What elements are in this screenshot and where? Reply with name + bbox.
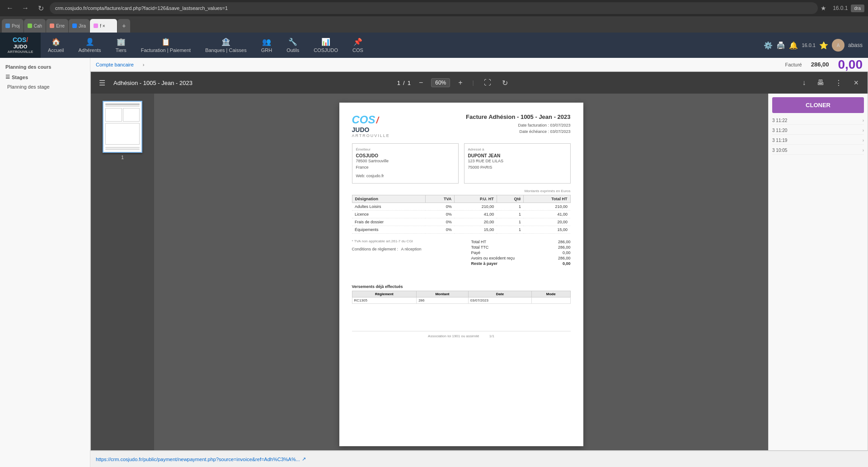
row1-total: 210,00 (524, 203, 570, 210)
history-time-3: 3 11:19 (772, 138, 787, 143)
print-doc-btn[interactable]: 🖶 (814, 77, 827, 89)
history-chevron-3[interactable]: › (863, 138, 864, 143)
compte-bancaire-link[interactable]: Compte bancaire (96, 62, 134, 67)
invoice-title-area: Facture Adhésion - 1005 - Jean - 2023 Da… (466, 113, 570, 138)
row4-tva: 0% (425, 226, 455, 233)
avoirs-label: Avoirs ou excédent reçu (471, 256, 515, 260)
footer-page: 1/1 (489, 334, 494, 338)
info-bar: Compte bancaire › Facturé 286,00 0,00 (90, 58, 868, 71)
nav-facturation[interactable]: 📋 Facturation | Paiement (134, 33, 198, 58)
tab-erre[interactable]: Erre (46, 19, 68, 33)
nav-banques-label: Banques | Caisses (205, 47, 247, 53)
notifications-icon[interactable]: 🔔 (789, 41, 798, 50)
preview-main: COS / JUDO ARTROUVILLE (154, 94, 768, 450)
history-chevron-2[interactable]: › (863, 128, 864, 133)
row4-pu: 15,00 (455, 226, 497, 233)
app-logo[interactable]: COS/ JUDO ARTROUVILLE (0, 33, 41, 58)
invoice-addresses: Émetteur COSJUDO 78500 Sartrouville Fran… (352, 143, 571, 184)
page-thumbnail[interactable] (103, 101, 142, 153)
bookmark-icon[interactable]: ★ (821, 5, 826, 12)
rotate-btn[interactable]: ↻ (499, 77, 511, 89)
nav-accueil[interactable]: 🏠 Accueil (41, 33, 71, 58)
row1-pu: 210,00 (455, 203, 497, 210)
hamburger-menu-btn[interactable]: ☰ (96, 77, 108, 89)
user-name[interactable]: abass (848, 42, 863, 48)
col-tva: TVA (425, 195, 455, 203)
reste-label: Reste à payer (471, 261, 498, 266)
preview-close-btn[interactable]: × (850, 76, 863, 90)
bottom-bar: https://crm.cosjudo.fr/public/payment/ne… (90, 451, 868, 467)
invoice-document: COS / JUDO ARTROUVILLE (339, 103, 583, 446)
history-time-1: 3 11:22 (772, 118, 787, 123)
nav-cosjudo[interactable]: 📊 COSJUDO (306, 33, 345, 58)
more-options-btn[interactable]: ⋮ (832, 77, 845, 89)
invoice-totals: Total HT 286,00 Total TTC 286,00 (471, 239, 571, 266)
tva-note: * TVA non applicable art.261-7 du CGI (352, 239, 422, 243)
nav-outils[interactable]: 🔧 Outils (279, 33, 306, 58)
emetteur-web: Web: cosjudo.fr (356, 173, 455, 179)
print-icon[interactable]: 🖨️ (776, 41, 785, 50)
update-btn[interactable]: dra (851, 5, 864, 12)
external-link-icon[interactable]: ↗ (302, 456, 306, 462)
nav-adherents[interactable]: 👤 Adhérents (71, 33, 108, 58)
invoice-date-facturation: Date facturation : 03/07/2023 (466, 122, 570, 128)
vrow1-mode (532, 297, 570, 303)
col-total: Total HT (524, 195, 570, 203)
emetteur-addr2: France (356, 165, 455, 171)
tab-25[interactable]: f × (90, 19, 117, 33)
invoice-logo-artrouville: ARTROUVILLE (352, 133, 390, 138)
invoice-title: Facture Adhésion - 1005 - Jean - 2023 (466, 113, 570, 120)
invoice-client: Adressé à DUPONT JEAN 123 RUE DE LILAS 7… (464, 143, 571, 184)
invoice-footer: Association loi 1901 ou assimilé 1/1 (352, 331, 571, 338)
tab-jira[interactable]: Jira (69, 19, 89, 33)
invoice-footer-area: * TVA non applicable art.261-7 du CGI Co… (352, 239, 571, 266)
vcol-regl: Règlement (352, 291, 417, 297)
nav-tiers[interactable]: 🏢 Tiers (108, 33, 134, 58)
row2-total: 41,00 (524, 210, 570, 218)
settings-icon[interactable]: ⚙️ (764, 41, 773, 50)
star-icon[interactable]: ⭐ (819, 41, 828, 50)
fullscreen-btn[interactable]: ⛶ (481, 77, 494, 89)
vrow1-montant: 286 (417, 297, 469, 303)
address-text: crm.cosjudo.fr/compta/facture/card.php?f… (55, 5, 228, 11)
conditions-value: A réception (401, 247, 422, 251)
page-thumb-1[interactable]: 1 (103, 101, 142, 160)
download-btn[interactable]: ↓ (800, 77, 809, 89)
zoom-in-btn[interactable]: + (455, 77, 465, 89)
sidebar-planning-stage[interactable]: Planning des stage (0, 82, 90, 92)
nav-grh[interactable]: 👥 GRH (254, 33, 279, 58)
zoom-out-btn[interactable]: − (416, 77, 426, 89)
nav-banques[interactable]: 🏦 Banques | Caisses (198, 33, 254, 58)
nav-grh-label: GRH (261, 47, 272, 53)
browser-tabs-bar: Proj Cah Erre Jira f × + (0, 16, 868, 33)
forward-btn[interactable]: → (19, 4, 32, 12)
clone-button[interactable]: CLONER (772, 97, 864, 113)
reload-btn[interactable]: ↻ (34, 4, 47, 13)
total-ttc-value: 286,00 (558, 245, 571, 250)
preview-thumbs-sidebar: 1 (91, 94, 154, 450)
user-avatar[interactable]: A (832, 39, 845, 52)
history-chevron-4[interactable]: › (863, 148, 864, 153)
history-chevron-1[interactable]: › (863, 118, 864, 123)
versement-row: RC1305 286 03/07/2023 (352, 297, 570, 303)
nav-cos[interactable]: 📌 COS (345, 33, 371, 58)
sidebar-planning-cours[interactable]: Planning des cours (0, 61, 90, 71)
tab-new[interactable]: + (117, 19, 130, 33)
tab-cah[interactable]: Cah (24, 19, 46, 33)
bottom-url[interactable]: https://crm.cosjudo.fr/public/payment/ne… (96, 457, 300, 462)
address-bar[interactable]: crm.cosjudo.fr/compta/facture/card.php?f… (50, 2, 818, 14)
emetteur-name: COSJUDO (356, 153, 455, 158)
invoice-logo-cos: COS (352, 113, 375, 126)
invoice-date-echeance: Date échéance : 03/07/2023 (466, 128, 570, 135)
sidebar-stages[interactable]: ☰ Stages (0, 71, 90, 82)
nav-right: ⚙️ 🖨️ 🔔 16.0.1 ⭐ A abass (764, 39, 868, 52)
tab-proj[interactable]: Proj (2, 19, 23, 33)
app-header: COS/ JUDO ARTROUVILLE 🏠 Accueil 👤 Adhére… (0, 33, 868, 58)
home-icon: 🏠 (52, 38, 61, 46)
back-btn[interactable]: ← (4, 4, 16, 12)
sidebar-stages-label: Stages (12, 75, 28, 80)
client-label: Adressé à (468, 147, 567, 151)
conditions-label: Conditions de règlement : (352, 247, 399, 251)
row4-qty: 1 (497, 226, 524, 233)
table-row: Frais de dossier 0% 20,00 1 20,00 (352, 218, 570, 226)
